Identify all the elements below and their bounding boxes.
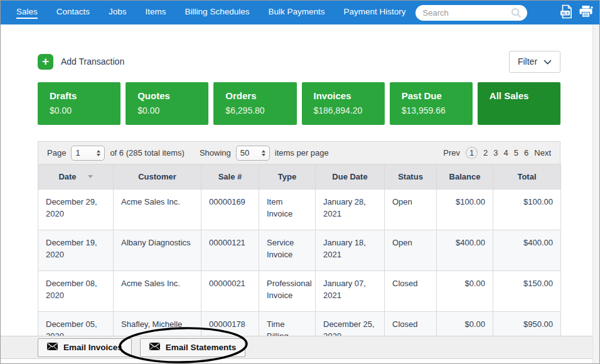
nav-tab-label: Bulk Payments [268, 7, 324, 19]
cell-customer: Albany Diagnostics [114, 230, 201, 271]
column-header-label: Sale # [218, 172, 242, 181]
nav-tab-label: Jobs [109, 7, 127, 19]
column-header-balance[interactable]: Balance [437, 164, 493, 190]
summary-card-drafts[interactable]: Drafts $0.00 [38, 82, 121, 125]
cell-sale-number: 00000021 [201, 271, 259, 312]
cell-type: Service Invoice [259, 230, 316, 271]
cell-due-date: January 07, 2021 [316, 271, 385, 312]
nav-tab-billing-schedules[interactable]: Billing Schedules [176, 1, 259, 24]
cell-date: December 08, 2020 [38, 271, 114, 312]
pagination-bar: Page 1 of 6 (285 total items) Showing 50… [38, 141, 560, 164]
add-transaction-button[interactable]: + Add Transaction [38, 54, 124, 70]
column-header-total[interactable]: Total [493, 164, 561, 190]
top-navigation: Sales Contacts Jobs Items Billing Schedu… [1, 1, 599, 24]
scrollbar[interactable] [592, 24, 599, 363]
nav-tab-sales[interactable]: Sales [7, 1, 47, 24]
nav-tab-label: Billing Schedules [185, 7, 250, 19]
cell-total: $100.00 [493, 190, 561, 230]
email-invoices-button[interactable]: Email Invoices [38, 338, 132, 357]
card-title: Drafts [50, 90, 121, 101]
showing-label: Showing [200, 148, 231, 158]
cell-due-date: January 28, 2021 [316, 190, 385, 230]
summary-cards: Drafts $0.00 Quotes $0.00 Orders $6,295.… [38, 82, 560, 125]
cell-date: December 19, 2020 [38, 230, 114, 271]
transactions-table: Date Customer Sale # Type Due Date Statu… [38, 164, 561, 353]
column-header-label: Total [517, 172, 536, 181]
sort-desc-icon [88, 175, 93, 178]
summary-card-quotes[interactable]: Quotes $0.00 [126, 82, 208, 125]
page-select-value: 1 [75, 148, 80, 158]
stepper-arrows-icon [262, 150, 265, 156]
page-number-5[interactable]: 5 [514, 148, 518, 158]
card-amount: $13,959.66 [402, 105, 473, 115]
card-amount: $6,295.80 [225, 105, 296, 115]
email-invoices-label: Email Invoices [63, 343, 122, 352]
column-header-due-date[interactable]: Due Date [316, 164, 385, 190]
pagination-controls: Page 1 of 6 (285 total items) Showing 50… [47, 146, 329, 161]
summary-card-all-sales[interactable]: All Sales [478, 82, 560, 125]
page-number-4[interactable]: 4 [504, 148, 508, 158]
column-header-type[interactable]: Type [259, 164, 316, 190]
card-amount: $0.00 [50, 105, 121, 115]
cell-status: Closed [385, 271, 437, 312]
summary-card-invoices[interactable]: Invoices $186,894.20 [302, 82, 385, 125]
table-header-row: Date Customer Sale # Type Due Date Statu… [38, 164, 561, 190]
card-title: Quotes [137, 90, 208, 101]
card-title: Invoices [314, 90, 385, 101]
bulk-actions-bar: Email Invoices Email Statements [1, 336, 599, 359]
card-amount: $0.00 [137, 105, 208, 115]
summary-card-past-due[interactable]: Past Due $13,959.66 [390, 82, 473, 125]
cell-customer: Acme Sales Inc. [114, 190, 201, 230]
page-number-3[interactable]: 3 [493, 148, 498, 158]
column-header-label: Due Date [332, 172, 367, 181]
search-box [415, 5, 528, 21]
envelope-icon [149, 343, 160, 352]
nav-tab-items[interactable]: Items [136, 1, 176, 24]
page-label: Page [47, 148, 66, 158]
cell-type: Item Invoice [259, 190, 316, 230]
column-header-sale-number[interactable]: Sale # [201, 164, 259, 190]
table-row[interactable]: December 08, 2020 Acme Sales Inc. 000000… [38, 271, 561, 312]
print-button[interactable] [579, 4, 593, 21]
xls-file-icon: XLS [560, 4, 573, 21]
page-select[interactable]: 1 [71, 146, 105, 161]
table-row[interactable]: December 29, 2020 Acme Sales Inc. 000001… [38, 190, 561, 230]
column-header-date[interactable]: Date [38, 164, 114, 190]
cell-customer: Acme Sales Inc. [114, 271, 201, 312]
nav-tab-jobs[interactable]: Jobs [99, 1, 136, 24]
next-page-button[interactable]: Next [534, 148, 551, 158]
email-statements-label: Email Statements [166, 343, 237, 352]
page-number-2[interactable]: 2 [483, 148, 488, 158]
cell-type: Professional Invoice [259, 271, 316, 312]
nav-tab-label: Payment History [343, 7, 405, 19]
column-header-label: Status [398, 172, 423, 181]
column-header-label: Type [278, 172, 296, 181]
svg-text:XLS: XLS [562, 11, 569, 14]
column-header-customer[interactable]: Customer [114, 164, 201, 190]
email-statements-button[interactable]: Email Statements [140, 338, 246, 357]
column-header-label: Customer [138, 172, 176, 181]
export-xls-button[interactable]: XLS [559, 4, 573, 21]
items-per-page-select[interactable]: 50 [236, 146, 270, 161]
nav-tab-label: Contacts [56, 7, 90, 19]
nav-tab-label: Items [146, 7, 166, 19]
filter-button[interactable]: Filter [509, 51, 560, 73]
summary-card-orders[interactable]: Orders $6,295.80 [213, 82, 296, 125]
nav-tab-contacts[interactable]: Contacts [47, 1, 99, 24]
column-header-status[interactable]: Status [385, 164, 437, 190]
nav-tab-payment-history[interactable]: Payment History [334, 1, 415, 24]
page-number-1[interactable]: 1 [466, 147, 478, 159]
table-row[interactable]: December 19, 2020 Albany Diagnostics 000… [38, 230, 561, 271]
card-amount: $186,894.20 [314, 105, 385, 115]
card-title: All Sales [490, 90, 560, 101]
cell-status: Open [385, 190, 437, 230]
cell-status: Open [385, 230, 437, 271]
nav-tab-bulk-payments[interactable]: Bulk Payments [259, 1, 334, 24]
stepper-arrows-icon [97, 150, 100, 156]
prev-page-button[interactable]: Prev [443, 148, 460, 158]
column-header-label: Date [58, 172, 76, 181]
page-number-6[interactable]: 6 [524, 148, 528, 158]
cell-due-date: January 18, 2021 [316, 230, 385, 271]
cell-total: $150.00 [493, 271, 561, 312]
search-icon [511, 8, 522, 21]
